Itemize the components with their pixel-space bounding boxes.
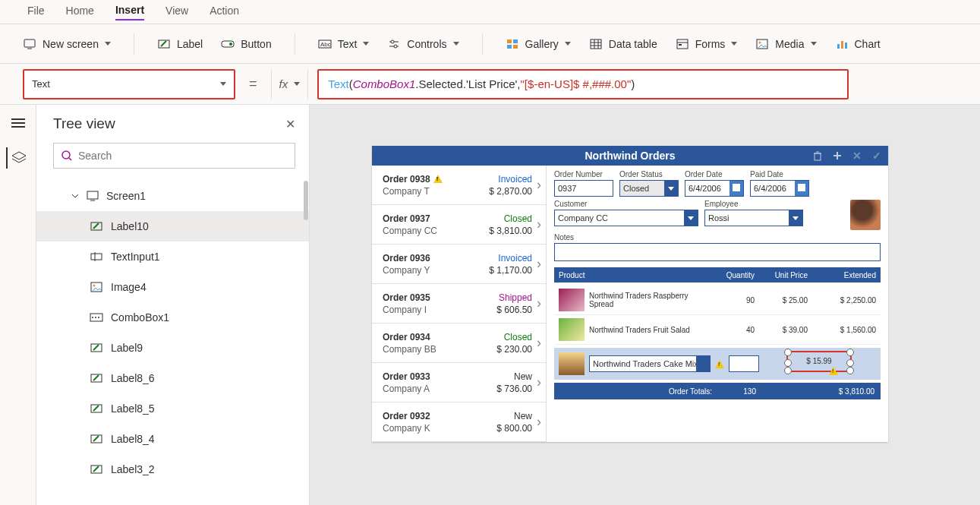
chevron-down-icon bbox=[565, 42, 571, 46]
tree-header: Tree view ✕ bbox=[36, 105, 309, 140]
paid-date-field[interactable]: 6/4/2006 bbox=[750, 180, 809, 197]
close-icon[interactable]: ✕ bbox=[850, 149, 864, 163]
chevron-right-icon[interactable]: › bbox=[537, 216, 541, 232]
order-date-field[interactable]: 6/4/2006 bbox=[685, 180, 744, 197]
product-combo[interactable]: Northwind Traders Cake Mix bbox=[589, 355, 711, 372]
order-item[interactable]: Order 0936Company Y Invoiced$ 1,170.00 › bbox=[372, 245, 546, 284]
menu-home[interactable]: Home bbox=[66, 5, 94, 20]
svg-point-24 bbox=[759, 41, 761, 43]
chevron-right-icon[interactable]: › bbox=[537, 374, 541, 390]
chevron-right-icon[interactable]: › bbox=[537, 295, 541, 311]
chevron-down-icon bbox=[71, 192, 79, 200]
qty-input[interactable] bbox=[729, 355, 759, 372]
tree-row-screen[interactable]: Screen1 bbox=[36, 181, 309, 211]
svg-rect-15 bbox=[591, 39, 601, 49]
chevron-right-icon[interactable]: › bbox=[537, 256, 541, 272]
control-icon bbox=[90, 433, 103, 445]
tree-row[interactable]: Label8_4 bbox=[36, 424, 309, 454]
property-selector[interactable]: Text bbox=[23, 69, 235, 99]
order-number-field[interactable]: 0937 bbox=[554, 180, 613, 197]
media-button[interactable]: Media bbox=[755, 38, 816, 50]
controls-icon bbox=[387, 38, 401, 50]
control-icon bbox=[90, 220, 103, 232]
plus-icon[interactable] bbox=[830, 149, 844, 163]
grid-line[interactable]: Northwind Traders Fruit Salad40$ 39.00$ … bbox=[554, 315, 881, 345]
menubar: File Home Insert View Action bbox=[0, 0, 980, 24]
label-button[interactable]: Label bbox=[157, 38, 203, 50]
svg-rect-0 bbox=[24, 39, 35, 47]
scrollbar-thumb[interactable] bbox=[304, 181, 308, 220]
svg-point-42 bbox=[95, 317, 96, 318]
chevron-right-icon[interactable]: › bbox=[537, 414, 541, 430]
tree-search[interactable] bbox=[53, 143, 295, 169]
gallery-button[interactable]: Gallery bbox=[506, 38, 571, 50]
menu-file[interactable]: File bbox=[27, 5, 45, 20]
tree-row[interactable]: Label8_5 bbox=[36, 393, 309, 424]
menu-action[interactable]: Action bbox=[210, 5, 239, 20]
tree-row[interactable]: Label8_6 bbox=[36, 363, 309, 393]
grid-totals: Order Totals: 130 $ 3,810.00 bbox=[554, 383, 881, 399]
search-input[interactable] bbox=[78, 150, 287, 162]
check-icon[interactable]: ✓ bbox=[870, 149, 884, 163]
tree-row[interactable]: Image4 bbox=[36, 272, 309, 302]
warning-icon bbox=[829, 367, 838, 375]
order-item[interactable]: Order 0935Company I Shipped$ 606.50 › bbox=[372, 284, 546, 324]
close-icon[interactable]: ✕ bbox=[285, 117, 295, 131]
product-thumb bbox=[559, 289, 585, 311]
tree-title: Tree view bbox=[53, 115, 115, 132]
menu-insert[interactable]: Insert bbox=[115, 4, 144, 21]
tree-row[interactable]: Label3_2 bbox=[36, 454, 309, 484]
menu-view[interactable]: View bbox=[165, 5, 188, 20]
employee-avatar bbox=[850, 200, 881, 230]
order-item[interactable]: Order 0934Company BB Closed$ 230.00 › bbox=[372, 324, 546, 363]
tree-row[interactable]: Label10 bbox=[36, 211, 309, 241]
fx-button[interactable]: fx bbox=[271, 69, 309, 99]
orders-list[interactable]: Order 0938Company T Invoiced$ 2,870.00 ›… bbox=[372, 166, 547, 442]
svg-rect-36 bbox=[91, 254, 102, 260]
tree-row[interactable]: TextInput1 bbox=[36, 241, 309, 272]
controls-button[interactable]: Controls bbox=[387, 38, 458, 50]
button-icon bbox=[221, 38, 235, 50]
data-table-button[interactable]: Data table bbox=[589, 38, 657, 50]
tree-body: Screen1 Label10TextInput1Image4ComboBox1… bbox=[36, 176, 309, 505]
order-item[interactable]: Order 0932Company K New$ 800.00 › bbox=[372, 402, 546, 442]
trash-icon[interactable] bbox=[811, 149, 824, 163]
tree-row[interactable]: ComboBox1 bbox=[36, 302, 309, 333]
grid-edit-line[interactable]: Northwind Traders Cake Mix $ 15.99 bbox=[554, 348, 881, 380]
chart-button[interactable]: Chart bbox=[835, 38, 881, 50]
formula-bar[interactable]: Text ( ComboBox1 .Selected.'List Price',… bbox=[317, 69, 849, 99]
text-button[interactable]: Abc Text bbox=[318, 38, 370, 50]
chevron-right-icon[interactable]: › bbox=[537, 335, 541, 351]
notes-field[interactable] bbox=[554, 243, 881, 261]
canvas[interactable]: Northwind Orders ✕ ✓ Order 0938Company T… bbox=[310, 105, 980, 505]
tree-row[interactable]: Label9 bbox=[36, 333, 309, 363]
new-screen-button[interactable]: New screen bbox=[23, 38, 111, 50]
forms-button[interactable]: Forms bbox=[676, 38, 738, 50]
chevron-down-icon bbox=[363, 42, 369, 46]
order-item[interactable]: Order 0938Company T Invoiced$ 2,870.00 › bbox=[372, 166, 546, 205]
forms-icon bbox=[676, 38, 689, 50]
chevron-right-icon[interactable]: › bbox=[537, 177, 541, 193]
chevron-down-icon bbox=[105, 42, 111, 46]
svg-point-39 bbox=[93, 285, 96, 287]
svg-point-4 bbox=[229, 43, 232, 46]
svg-rect-13 bbox=[507, 45, 512, 49]
order-status-select[interactable]: Closed bbox=[619, 180, 679, 197]
customer-select[interactable]: Company CC bbox=[554, 210, 698, 226]
order-item[interactable]: Order 0937Company CC Closed$ 3,810.00 › bbox=[372, 205, 546, 245]
chevron-down-icon bbox=[811, 42, 817, 46]
svg-rect-12 bbox=[513, 39, 518, 43]
layers-icon[interactable] bbox=[6, 147, 30, 169]
button-button[interactable]: Button bbox=[221, 38, 271, 50]
data-table-icon bbox=[589, 38, 603, 50]
selected-label-handles[interactable]: $ 15.99 bbox=[786, 351, 852, 372]
employee-select[interactable]: Rossi bbox=[704, 210, 803, 226]
svg-point-10 bbox=[394, 45, 397, 48]
app-title: Northwind Orders bbox=[585, 150, 675, 162]
svg-point-8 bbox=[391, 40, 394, 43]
hamburger-icon[interactable] bbox=[6, 112, 30, 134]
order-item[interactable]: Order 0933Company A New$ 736.00 › bbox=[372, 363, 546, 402]
svg-rect-27 bbox=[845, 43, 847, 49]
screen-icon bbox=[23, 38, 36, 50]
grid-line[interactable]: Northwind Traders Raspberry Spread90$ 25… bbox=[554, 286, 881, 315]
